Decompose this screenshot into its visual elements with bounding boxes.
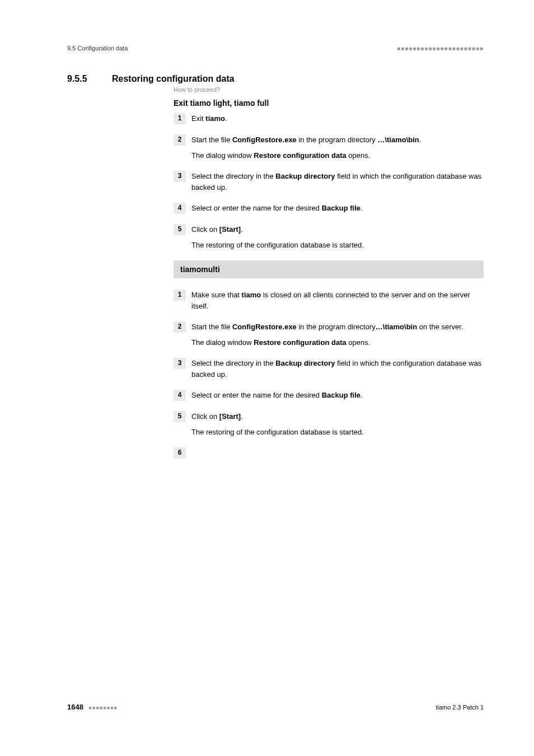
page-number: 1648 ■■■■■■■■ [67,703,118,711]
section-number: 9.5.5 [67,74,112,84]
step-body: Start the file ConfigRestore.exe in the … [191,321,484,348]
block2-heading: tiamomulti [174,260,484,278]
page-footer: 1648 ■■■■■■■■ tiamo 2.3 Patch 1 [67,703,484,711]
step-number: 4 [174,203,186,214]
howto-text: How to proceed? [174,86,484,93]
step-number: 5 [174,224,186,235]
step-item: 3 Select the directory in the Backup dir… [174,358,484,380]
block1-heading: Exit tiamo light, tiamo full [174,99,484,108]
step-body: Start the file ConfigRestore.exe in the … [191,134,484,161]
step-item: 1 Exit tiamo. [174,113,484,124]
page-header: 9.5 Configuration data ■■■■■■■■■■■■■■■■■… [67,45,484,52]
footer-dots: ■■■■■■■■ [89,705,118,711]
step-item: 5 Click on [Start]. The restoring of the… [174,411,484,437]
step-body: Select or enter the name for the desired… [191,203,484,214]
step-number: 6 [174,447,186,459]
step-item: 4 Select or enter the name for the desir… [174,203,484,214]
section-title: Restoring configuration data [112,74,235,84]
step-body: Click on [Start]. The restoring of the c… [191,224,484,250]
step-number: 2 [174,134,186,146]
step-item: 4 Select or enter the name for the desir… [174,390,484,401]
step-item: 1 Make sure that tiamo is closed on all … [174,290,484,311]
step-body: Make sure that tiamo is closed on all cl… [191,290,484,311]
header-dots: ■■■■■■■■■■■■■■■■■■■■■■ [397,45,484,52]
step-number: 2 [174,321,186,333]
step-body [191,447,484,459]
step-body: Select or enter the name for the desired… [191,390,484,401]
step-body: Exit tiamo. [191,113,484,124]
step-item: 5 Click on [Start]. The restoring of the… [174,224,484,250]
step-number: 4 [174,390,186,401]
step-body: Select the directory in the Backup direc… [191,358,484,380]
step-number: 1 [174,113,186,124]
step-body: Select the directory in the Backup direc… [191,171,484,193]
step-item: 6 [174,447,484,459]
step-item: 3 Select the directory in the Backup dir… [174,171,484,193]
step-number: 5 [174,411,186,422]
step-number: 3 [174,358,186,369]
step-body: Click on [Start]. The restoring of the c… [191,411,484,437]
step-item: 2 Start the file ConfigRestore.exe in th… [174,321,484,348]
step-item: 2 Start the file ConfigRestore.exe in th… [174,134,484,161]
footer-right: tiamo 2.3 Patch 1 [435,704,484,711]
step-number: 1 [174,290,186,301]
step-number: 3 [174,171,186,182]
section-heading: 9.5.5 Restoring configuration data [67,74,484,84]
header-left: 9.5 Configuration data [67,45,128,52]
